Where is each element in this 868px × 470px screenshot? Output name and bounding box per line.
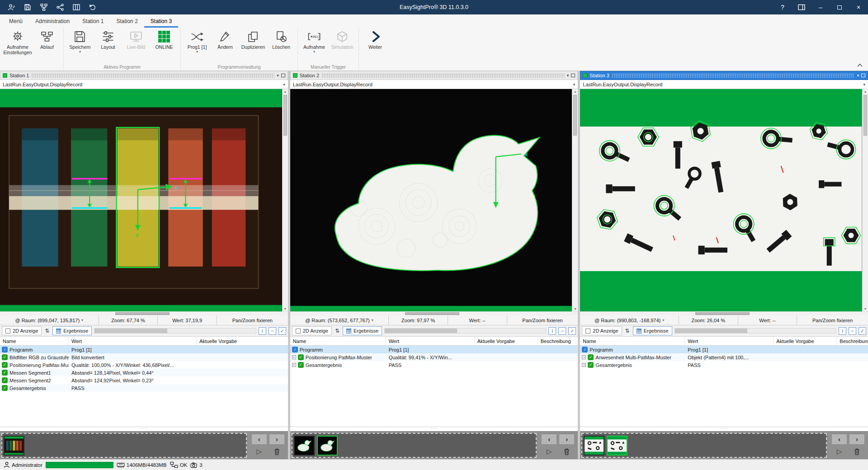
expand-icon[interactable]: + xyxy=(292,363,296,367)
scrollbar-thumb[interactable] xyxy=(573,95,577,136)
tab-station-2[interactable]: Station 2 xyxy=(110,14,144,28)
table-row[interactable]: +✓Anwesenheit Multi-PatMax-Muster Objekt… xyxy=(580,353,868,361)
table-row[interactable]: +✓Gesamtergebnis PASS xyxy=(290,361,578,369)
chevron-down-icon[interactable]: ▾ xyxy=(857,73,859,78)
chevron-down-icon[interactable]: ▾ xyxy=(79,51,81,53)
next-record-button[interactable]: › xyxy=(269,434,285,445)
next-record-button[interactable]: › xyxy=(849,434,865,445)
column-header[interactable]: Wert xyxy=(69,337,197,345)
tab-station-1[interactable]: Station 1 xyxy=(76,14,110,28)
duplizieren-button[interactable]: Duplizieren xyxy=(240,29,267,50)
chevron-down-icon[interactable]: ▾ xyxy=(313,51,315,53)
table-row[interactable]: ✓Bildfilter RGB zu Graustufen Bild konve… xyxy=(0,353,288,361)
horizontal-scrollbar[interactable] xyxy=(0,311,288,315)
scroll-down-arrow[interactable]: ▼ xyxy=(864,306,867,311)
raum-readout[interactable]: @ Raum: (990,803, -168,974)▾ xyxy=(580,315,679,325)
camera-image-station-1[interactable]: x Y xyxy=(0,89,282,311)
horizontal-scrollbar[interactable] xyxy=(384,328,546,334)
column-header[interactable]: Wert xyxy=(386,337,475,345)
pan-zoom-fix-toggle[interactable]: Pan/Zoom fixieren xyxy=(507,315,578,325)
station-3-header[interactable]: Station 3 ▾ xyxy=(580,71,868,80)
expand-icon[interactable]: + xyxy=(292,355,296,359)
prog1-button[interactable]: Prog1 [1] ▾ xyxy=(184,29,211,53)
table-row[interactable]: iProgramm Prog1 [1] xyxy=(290,346,578,353)
expand-icon[interactable]: + xyxy=(582,363,586,367)
table-row[interactable]: +✓Positionierung PatMax-Muster Qualität:… xyxy=(290,353,578,361)
record-dropdown[interactable]: LastRun.EasyOutput.DisplayRecord ▾ xyxy=(290,80,578,89)
play-record-button[interactable]: ▷ xyxy=(541,446,557,457)
topology-icon[interactable] xyxy=(37,1,51,13)
float-window-icon[interactable] xyxy=(571,74,575,77)
next-record-button[interactable]: › xyxy=(559,434,575,445)
play-record-button[interactable]: ▷ xyxy=(251,446,267,457)
play-record-button[interactable]: ▷ xyxy=(831,446,847,457)
scrollbar-thumb[interactable] xyxy=(863,95,867,136)
column-header[interactable]: Beschreibung xyxy=(538,337,578,345)
record-thumbnail[interactable] xyxy=(317,436,338,456)
horizontal-scrollbar[interactable] xyxy=(290,311,578,315)
close-button[interactable]: × xyxy=(849,0,868,14)
tab-station-3[interactable]: Station 3 xyxy=(144,14,178,28)
raum-readout[interactable]: @ Raum: (899,047, 135,817)▾ xyxy=(0,315,99,325)
prev-record-button[interactable]: ‹ xyxy=(251,434,267,445)
layout-columns-icon[interactable] xyxy=(70,1,83,13)
scroll-up-arrow[interactable]: ▲ xyxy=(864,89,867,94)
camera-image-station-2[interactable]: x xyxy=(290,89,572,311)
table-row[interactable]: ✓Messen Segment2 Abstand= 124,92Pixel, W… xyxy=(0,376,288,384)
scroll-down-arrow[interactable]: ▼ xyxy=(574,306,577,311)
minimize-button[interactable]: – xyxy=(811,0,830,14)
scrollbar-thumb[interactable] xyxy=(405,312,459,315)
checkbox[interactable] xyxy=(585,329,590,334)
ablauf-button[interactable]: Ablauf xyxy=(33,29,61,50)
collapse-rows-button[interactable]: − xyxy=(269,327,276,335)
2d-anzeige-checkbox[interactable]: 2D Anzeige xyxy=(582,326,622,335)
collapse-rows-button[interactable]: − xyxy=(849,327,856,335)
table-row[interactable]: +✓Gesamtergebnis PASS xyxy=(580,361,868,369)
undo-icon[interactable] xyxy=(86,1,99,13)
scrollbar-thumb[interactable] xyxy=(115,312,170,315)
checkbox[interactable] xyxy=(5,329,10,334)
scroll-up-arrow[interactable]: ▲ xyxy=(574,89,577,94)
aufnahme-button[interactable]: REC Aufnahme ▾ xyxy=(301,29,328,53)
record-thumbnail[interactable] xyxy=(584,436,604,456)
column-header[interactable]: Aktuelle Vorgabe xyxy=(774,337,837,345)
scrollbar-track[interactable] xyxy=(863,94,868,306)
scrollbar-thumb[interactable] xyxy=(94,329,167,333)
column-header[interactable]: Name xyxy=(580,337,685,345)
splitter-grip[interactable]: ··· xyxy=(580,427,868,431)
column-header[interactable]: Aktuelle Vorgabe xyxy=(475,337,538,345)
weiter-button[interactable]: Weiter xyxy=(362,29,389,50)
record-dropdown[interactable]: LastRun.EasyOutput.DisplayRecord ▾ xyxy=(580,80,868,89)
info-button[interactable]: i xyxy=(259,327,266,335)
collapse-ribbon-button[interactable] xyxy=(855,61,864,69)
prev-record-button[interactable]: ‹ xyxy=(831,434,847,445)
tab-ergebnisse[interactable]: Ergebnisse xyxy=(633,326,672,335)
2d-anzeige-checkbox[interactable]: 2D Anzeige xyxy=(292,326,332,335)
record-thumbnail[interactable] xyxy=(4,436,24,456)
scrollbar-track[interactable] xyxy=(572,94,578,306)
delete-record-button[interactable] xyxy=(559,446,575,457)
station-2-header[interactable]: Station 2 ▾ xyxy=(290,71,578,80)
pan-zoom-fix-toggle[interactable]: Pan/Zoom fixieren xyxy=(797,315,868,325)
select-results-button[interactable]: ✓ xyxy=(859,327,866,335)
column-header[interactable]: Wert xyxy=(685,337,774,345)
prev-record-button[interactable]: ‹ xyxy=(541,434,557,445)
layout-button[interactable]: Layout xyxy=(94,29,122,50)
chevron-down-icon[interactable]: ▾ xyxy=(196,51,198,53)
splitter-grip[interactable]: ··· xyxy=(290,427,578,431)
scrollbar-thumb[interactable] xyxy=(675,329,747,333)
scrollbar-thumb[interactable] xyxy=(385,329,457,333)
horizontal-scrollbar[interactable] xyxy=(675,328,836,334)
vertical-scrollbar[interactable]: ▲ ▼ xyxy=(862,89,868,311)
tab-administration[interactable]: Administration xyxy=(29,14,76,28)
station-1-header[interactable]: Station 1 ▾ xyxy=(0,71,288,80)
camera-image-station-3[interactable] xyxy=(580,89,862,311)
table-row[interactable]: ✓Positionierung PatMax-Muster Qualität: … xyxy=(0,361,288,369)
2d-anzeige-checkbox[interactable]: 2D Anzeige xyxy=(2,326,42,335)
delete-record-button[interactable] xyxy=(269,446,285,457)
delete-record-button[interactable] xyxy=(849,446,865,457)
column-header[interactable]: Name xyxy=(290,337,386,345)
float-window-icon[interactable] xyxy=(281,74,285,77)
table-row[interactable]: ✓Gesamtergebnis PASS xyxy=(0,384,288,392)
share-icon[interactable] xyxy=(53,1,67,13)
